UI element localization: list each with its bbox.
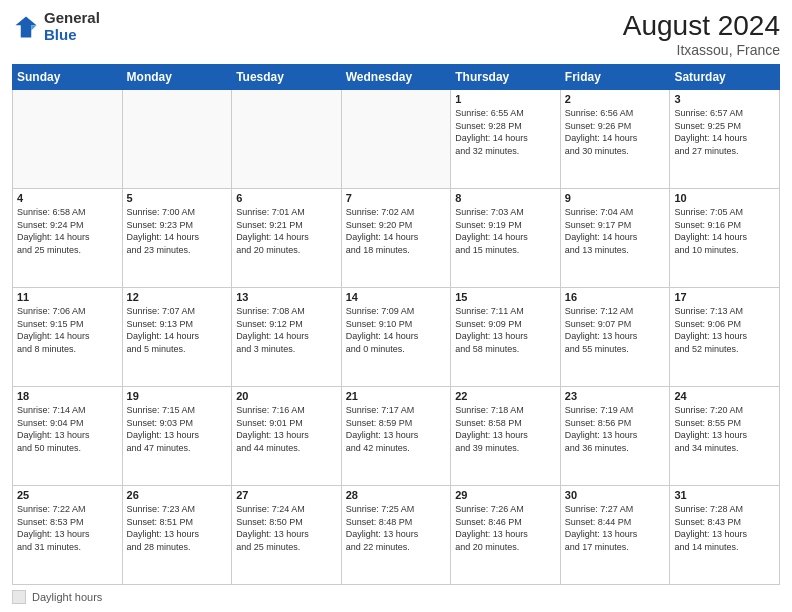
day-number: 17 — [674, 291, 775, 303]
day-number: 16 — [565, 291, 666, 303]
day-number: 13 — [236, 291, 337, 303]
day-info: Sunrise: 7:26 AM Sunset: 8:46 PM Dayligh… — [455, 503, 556, 553]
day-info: Sunrise: 7:14 AM Sunset: 9:04 PM Dayligh… — [17, 404, 118, 454]
day-number: 21 — [346, 390, 447, 402]
day-number: 11 — [17, 291, 118, 303]
calendar-cell: 11Sunrise: 7:06 AM Sunset: 9:15 PM Dayli… — [13, 288, 123, 387]
day-info: Sunrise: 7:27 AM Sunset: 8:44 PM Dayligh… — [565, 503, 666, 553]
day-number: 1 — [455, 93, 556, 105]
day-info: Sunrise: 6:55 AM Sunset: 9:28 PM Dayligh… — [455, 107, 556, 157]
calendar-table: SundayMondayTuesdayWednesdayThursdayFrid… — [12, 64, 780, 585]
day-info: Sunrise: 7:12 AM Sunset: 9:07 PM Dayligh… — [565, 305, 666, 355]
calendar-header-row: SundayMondayTuesdayWednesdayThursdayFrid… — [13, 65, 780, 90]
calendar-cell: 31Sunrise: 7:28 AM Sunset: 8:43 PM Dayli… — [670, 486, 780, 585]
logo-text: General Blue — [44, 10, 100, 43]
day-number: 24 — [674, 390, 775, 402]
location: Itxassou, France — [623, 42, 780, 58]
logo: General Blue — [12, 10, 100, 43]
calendar-cell: 25Sunrise: 7:22 AM Sunset: 8:53 PM Dayli… — [13, 486, 123, 585]
calendar-cell: 16Sunrise: 7:12 AM Sunset: 9:07 PM Dayli… — [560, 288, 670, 387]
header: General Blue August 2024 Itxassou, Franc… — [12, 10, 780, 58]
calendar-cell: 9Sunrise: 7:04 AM Sunset: 9:17 PM Daylig… — [560, 189, 670, 288]
day-info: Sunrise: 7:05 AM Sunset: 9:16 PM Dayligh… — [674, 206, 775, 256]
title-block: August 2024 Itxassou, France — [623, 10, 780, 58]
calendar-cell: 3Sunrise: 6:57 AM Sunset: 9:25 PM Daylig… — [670, 90, 780, 189]
day-number: 22 — [455, 390, 556, 402]
day-number: 6 — [236, 192, 337, 204]
day-info: Sunrise: 6:58 AM Sunset: 9:24 PM Dayligh… — [17, 206, 118, 256]
calendar-cell — [122, 90, 232, 189]
calendar-cell: 10Sunrise: 7:05 AM Sunset: 9:16 PM Dayli… — [670, 189, 780, 288]
day-number: 18 — [17, 390, 118, 402]
calendar: SundayMondayTuesdayWednesdayThursdayFrid… — [12, 64, 780, 585]
calendar-week-5: 25Sunrise: 7:22 AM Sunset: 8:53 PM Dayli… — [13, 486, 780, 585]
day-number: 3 — [674, 93, 775, 105]
day-info: Sunrise: 7:28 AM Sunset: 8:43 PM Dayligh… — [674, 503, 775, 553]
calendar-cell — [232, 90, 342, 189]
day-number: 4 — [17, 192, 118, 204]
day-info: Sunrise: 7:07 AM Sunset: 9:13 PM Dayligh… — [127, 305, 228, 355]
day-info: Sunrise: 6:57 AM Sunset: 9:25 PM Dayligh… — [674, 107, 775, 157]
logo-icon — [12, 13, 40, 41]
day-info: Sunrise: 7:00 AM Sunset: 9:23 PM Dayligh… — [127, 206, 228, 256]
col-header-tuesday: Tuesday — [232, 65, 342, 90]
calendar-cell: 18Sunrise: 7:14 AM Sunset: 9:04 PM Dayli… — [13, 387, 123, 486]
daylight-label: Daylight hours — [32, 591, 102, 603]
day-number: 14 — [346, 291, 447, 303]
calendar-cell: 21Sunrise: 7:17 AM Sunset: 8:59 PM Dayli… — [341, 387, 451, 486]
day-info: Sunrise: 7:25 AM Sunset: 8:48 PM Dayligh… — [346, 503, 447, 553]
calendar-cell: 2Sunrise: 6:56 AM Sunset: 9:26 PM Daylig… — [560, 90, 670, 189]
col-header-friday: Friday — [560, 65, 670, 90]
day-info: Sunrise: 7:11 AM Sunset: 9:09 PM Dayligh… — [455, 305, 556, 355]
day-info: Sunrise: 7:08 AM Sunset: 9:12 PM Dayligh… — [236, 305, 337, 355]
day-info: Sunrise: 7:19 AM Sunset: 8:56 PM Dayligh… — [565, 404, 666, 454]
calendar-cell: 8Sunrise: 7:03 AM Sunset: 9:19 PM Daylig… — [451, 189, 561, 288]
col-header-saturday: Saturday — [670, 65, 780, 90]
page: General Blue August 2024 Itxassou, Franc… — [0, 0, 792, 612]
footer: Daylight hours — [12, 590, 780, 604]
day-info: Sunrise: 7:24 AM Sunset: 8:50 PM Dayligh… — [236, 503, 337, 553]
calendar-cell — [13, 90, 123, 189]
logo-blue: Blue — [44, 26, 77, 43]
day-info: Sunrise: 6:56 AM Sunset: 9:26 PM Dayligh… — [565, 107, 666, 157]
day-number: 28 — [346, 489, 447, 501]
calendar-cell: 24Sunrise: 7:20 AM Sunset: 8:55 PM Dayli… — [670, 387, 780, 486]
calendar-cell: 12Sunrise: 7:07 AM Sunset: 9:13 PM Dayli… — [122, 288, 232, 387]
col-header-sunday: Sunday — [13, 65, 123, 90]
day-number: 12 — [127, 291, 228, 303]
day-number: 19 — [127, 390, 228, 402]
day-number: 15 — [455, 291, 556, 303]
day-number: 27 — [236, 489, 337, 501]
day-info: Sunrise: 7:01 AM Sunset: 9:21 PM Dayligh… — [236, 206, 337, 256]
day-info: Sunrise: 7:09 AM Sunset: 9:10 PM Dayligh… — [346, 305, 447, 355]
day-info: Sunrise: 7:18 AM Sunset: 8:58 PM Dayligh… — [455, 404, 556, 454]
day-number: 8 — [455, 192, 556, 204]
day-number: 30 — [565, 489, 666, 501]
day-number: 2 — [565, 93, 666, 105]
day-number: 29 — [455, 489, 556, 501]
calendar-cell: 26Sunrise: 7:23 AM Sunset: 8:51 PM Dayli… — [122, 486, 232, 585]
calendar-cell: 6Sunrise: 7:01 AM Sunset: 9:21 PM Daylig… — [232, 189, 342, 288]
calendar-week-2: 4Sunrise: 6:58 AM Sunset: 9:24 PM Daylig… — [13, 189, 780, 288]
calendar-cell: 1Sunrise: 6:55 AM Sunset: 9:28 PM Daylig… — [451, 90, 561, 189]
day-number: 20 — [236, 390, 337, 402]
calendar-cell: 17Sunrise: 7:13 AM Sunset: 9:06 PM Dayli… — [670, 288, 780, 387]
calendar-cell: 7Sunrise: 7:02 AM Sunset: 9:20 PM Daylig… — [341, 189, 451, 288]
calendar-cell: 29Sunrise: 7:26 AM Sunset: 8:46 PM Dayli… — [451, 486, 561, 585]
day-info: Sunrise: 7:20 AM Sunset: 8:55 PM Dayligh… — [674, 404, 775, 454]
calendar-cell: 19Sunrise: 7:15 AM Sunset: 9:03 PM Dayli… — [122, 387, 232, 486]
col-header-monday: Monday — [122, 65, 232, 90]
daylight-box — [12, 590, 26, 604]
calendar-cell: 20Sunrise: 7:16 AM Sunset: 9:01 PM Dayli… — [232, 387, 342, 486]
calendar-cell: 14Sunrise: 7:09 AM Sunset: 9:10 PM Dayli… — [341, 288, 451, 387]
calendar-cell: 30Sunrise: 7:27 AM Sunset: 8:44 PM Dayli… — [560, 486, 670, 585]
logo-general: General — [44, 9, 100, 26]
day-number: 9 — [565, 192, 666, 204]
calendar-cell: 4Sunrise: 6:58 AM Sunset: 9:24 PM Daylig… — [13, 189, 123, 288]
day-info: Sunrise: 7:17 AM Sunset: 8:59 PM Dayligh… — [346, 404, 447, 454]
day-number: 31 — [674, 489, 775, 501]
day-number: 7 — [346, 192, 447, 204]
day-info: Sunrise: 7:03 AM Sunset: 9:19 PM Dayligh… — [455, 206, 556, 256]
calendar-cell — [341, 90, 451, 189]
calendar-week-1: 1Sunrise: 6:55 AM Sunset: 9:28 PM Daylig… — [13, 90, 780, 189]
